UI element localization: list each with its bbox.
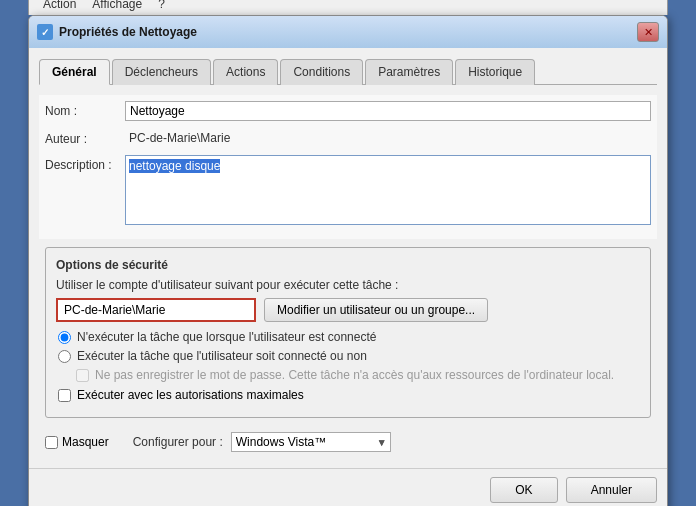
security-group-title: Options de sécurité [56, 258, 640, 272]
title-bar: ✓ Propriétés de Nettoyage ✕ [29, 16, 667, 48]
masquer-label: Masquer [62, 435, 109, 449]
auteur-row: Auteur : PC-de-Marie\Marie [39, 129, 657, 147]
checkbox-password-label: Ne pas enregistrer le mot de passe. Cett… [95, 368, 614, 382]
menu-action[interactable]: Action [35, 0, 84, 13]
tab-declencheurs[interactable]: Déclencheurs [112, 59, 211, 85]
tab-general[interactable]: Général [39, 59, 110, 85]
nom-input[interactable] [125, 101, 651, 121]
masquer-checkbox[interactable] [45, 436, 58, 449]
checkbox-max-auth[interactable] [58, 389, 71, 402]
auteur-value: PC-de-Marie\Marie [125, 129, 651, 147]
tab-historique[interactable]: Historique [455, 59, 535, 85]
security-options-group: Options de sécurité Utiliser le compte d… [45, 247, 651, 418]
dialog-window: ✓ Propriétés de Nettoyage ✕ Général Décl… [28, 15, 668, 506]
tab-conditions[interactable]: Conditions [280, 59, 363, 85]
radio-not-connected[interactable] [58, 350, 71, 363]
window-title: Propriétés de Nettoyage [59, 25, 197, 39]
radio-connected-label: N'exécuter la tâche que lorsque l'utilis… [77, 330, 376, 344]
checkbox-max-row: Exécuter avec les autorisations maximale… [56, 388, 640, 402]
modify-user-button[interactable]: Modifier un utilisateur ou un groupe... [264, 298, 488, 322]
user-input[interactable] [56, 298, 256, 322]
form-section: Nom : Auteur : PC-de-Marie\Marie Descrip… [39, 95, 657, 239]
configurer-label: Configurer pour : [133, 435, 223, 449]
checkbox-password-row: Ne pas enregistrer le mot de passe. Cett… [56, 368, 640, 382]
dialog-content: Général Déclencheurs Actions Conditions … [29, 48, 667, 468]
radio-not-connected-label: Exécuter la tâche que l'utilisateur soit… [77, 349, 367, 363]
tab-parametres[interactable]: Paramètres [365, 59, 453, 85]
menu-affichage[interactable]: Affichage [84, 0, 150, 13]
bottom-row: Masquer Configurer pour : Windows Vista™… [39, 426, 657, 458]
description-row: Description : nettoyage disque [39, 155, 657, 225]
tab-bar: Général Déclencheurs Actions Conditions … [39, 58, 657, 85]
description-label: Description : [45, 155, 125, 172]
radio-connected[interactable] [58, 331, 71, 344]
close-button[interactable]: ✕ [637, 22, 659, 42]
radio-row-2: Exécuter la tâche que l'utilisateur soit… [56, 349, 640, 363]
auteur-label: Auteur : [45, 129, 125, 146]
checkbox-max-auth-label: Exécuter avec les autorisations maximale… [77, 388, 304, 402]
action-buttons: OK Annuler [29, 468, 667, 506]
nom-label: Nom : [45, 101, 125, 118]
description-selected-text: nettoyage disque [129, 159, 220, 173]
checkbox-password[interactable] [76, 369, 89, 382]
configurer-select[interactable]: Windows Vista™ Windows XP Windows Server… [231, 432, 391, 452]
menu-help[interactable]: ? [150, 0, 173, 13]
user-account-row: Modifier un utilisateur ou un groupe... [56, 298, 640, 322]
window-icon: ✓ [37, 24, 53, 40]
masquer-check: Masquer [45, 435, 109, 449]
ok-button[interactable]: OK [490, 477, 557, 503]
annuler-button[interactable]: Annuler [566, 477, 657, 503]
radio-group: N'exécuter la tâche que lorsque l'utilis… [56, 330, 640, 382]
radio-row-1: N'exécuter la tâche que lorsque l'utilis… [56, 330, 640, 344]
account-desc: Utiliser le compte d'utilisateur suivant… [56, 278, 640, 292]
tab-actions[interactable]: Actions [213, 59, 278, 85]
nom-row: Nom : [39, 101, 657, 121]
title-controls: ✕ [637, 22, 659, 42]
configurer-select-wrapper: Windows Vista™ Windows XP Windows Server… [231, 432, 391, 452]
